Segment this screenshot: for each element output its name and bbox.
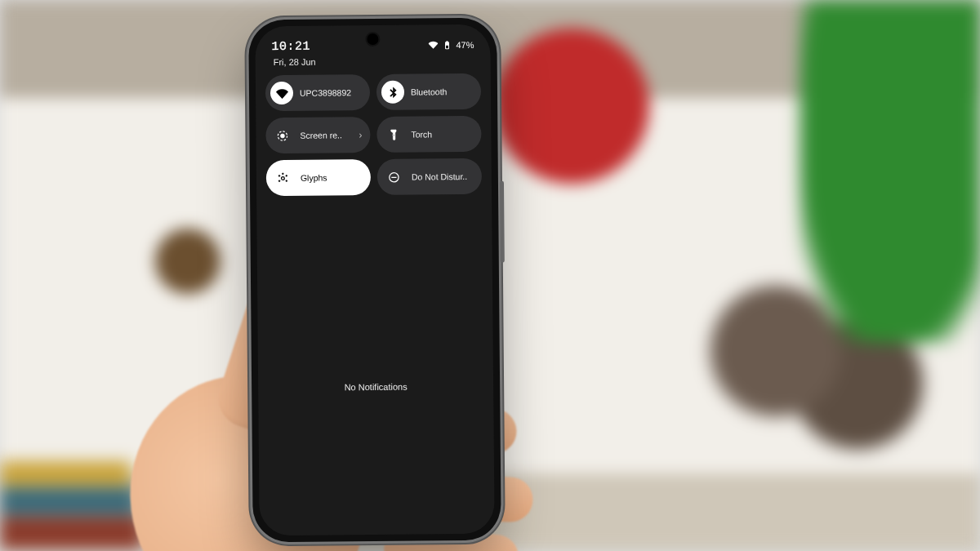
bluetooth-icon [381,81,404,104]
tile-glyphs-label: Glyphs [301,172,327,182]
tile-torch[interactable]: Torch [376,116,481,153]
tile-wifi[interactable]: UPC3898892 [265,74,370,111]
status-icons: 47% [428,40,474,50]
svg-point-2 [281,176,284,180]
phone-screen[interactable]: 10:21 47% Fri, 28 Jun UPC3898892 Bluetoo… [255,24,494,535]
wifi-status-icon [428,40,438,50]
tile-screen-record[interactable]: Screen re.. › [265,117,370,153]
svg-point-5 [278,180,280,181]
svg-point-0 [280,133,284,137]
wifi-icon [270,82,293,104]
background-books [0,339,147,551]
do-not-disturb-icon [382,166,405,189]
tile-wifi-label: UPC3898892 [300,87,351,98]
svg-point-3 [278,175,280,176]
chevron-right-icon: › [359,129,362,140]
status-bar: 10:21 47% [255,31,490,61]
tile-bluetooth[interactable]: Bluetooth [376,73,481,110]
battery-status-icon [442,40,452,50]
phone-frame: 10:21 47% Fri, 28 Jun UPC3898892 Bluetoo… [248,18,501,543]
svg-point-7 [282,172,283,174]
clock: 10:21 [271,39,310,53]
tile-torch-label: Torch [411,129,432,139]
svg-point-6 [285,180,287,181]
phone-power-button [500,181,505,263]
glyphs-icon [271,167,294,189]
status-date: Fri, 28 Jun [274,57,316,67]
tile-bluetooth-label: Bluetooth [411,87,447,96]
tile-screen-record-label: Screen re.. [300,130,341,140]
svg-point-4 [285,175,287,176]
flashlight-icon [381,123,404,146]
no-notifications-text: No Notifications [258,381,493,393]
tile-glyphs[interactable]: Glyphs [266,159,371,196]
tile-dnd-label: Do Not Distur.. [412,171,467,182]
battery-percent: 47% [456,40,474,50]
tile-dnd[interactable]: Do Not Distur.. [377,158,482,195]
quick-settings-grid: UPC3898892 Bluetooth Screen re.. › T [265,73,482,196]
screen-record-icon [270,124,293,147]
